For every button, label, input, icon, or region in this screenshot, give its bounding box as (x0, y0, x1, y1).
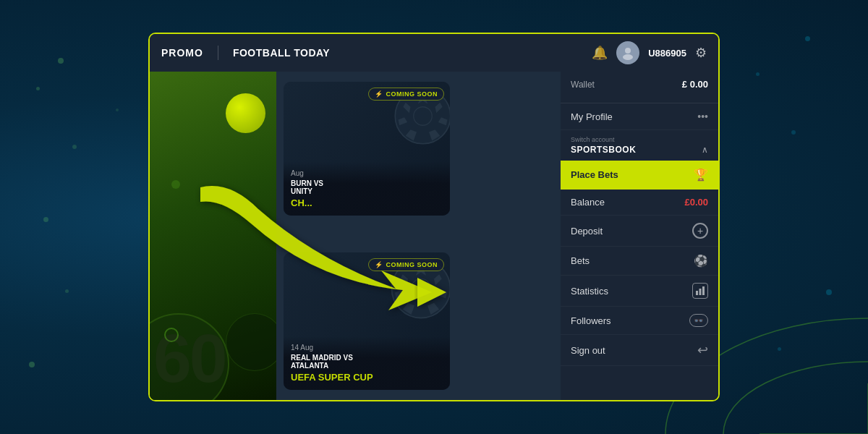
avatar (616, 41, 639, 64)
place-bets-label: Place Bets (571, 169, 618, 180)
coming-soon-badge-bottom: ⚡ COMING SOON (368, 258, 444, 271)
sidebar-dropdown: Wallet £ 0.00 My Profile ••• Switch acco… (561, 72, 718, 400)
dots-icon: ••• (697, 111, 708, 122)
svg-rect-11 (696, 291, 698, 295)
sign-out-icon: ↩ (697, 342, 708, 358)
chevron-up-icon: ∧ (702, 145, 708, 155)
left-panel: 60 (150, 72, 276, 400)
card-bottom-match: REAL MADRID VSATALANTA (291, 354, 443, 370)
statistics-label: Statistics (571, 286, 608, 297)
card-bottom-content: 14 Aug REAL MADRID VSATALANTA UEFA SUPER… (284, 336, 450, 390)
balance-amount: £0.00 (684, 197, 708, 208)
svg-rect-13 (702, 286, 705, 295)
coming-soon-text-bottom: COMING SOON (386, 261, 438, 268)
balance-item[interactable]: Balance £0.00 (561, 190, 718, 216)
body-area: 60 (150, 72, 718, 400)
card-bottom: ⚡ COMING SOON 14 Aug REAL MADRID VSATALA… (284, 252, 450, 390)
nav-title: FOOTBALL TODAY (233, 47, 577, 59)
wallet-section: Wallet £ 0.00 (561, 72, 718, 103)
wallet-label: Wallet (571, 80, 595, 90)
switch-account-label: Switch account (571, 136, 708, 143)
svg-point-0 (723, 362, 868, 434)
svg-point-5 (623, 54, 633, 60)
switch-account-name: SPORTSBOOK (571, 145, 636, 155)
main-container: PROMO FOOTBALL TODAY 🔔 U886905 ⚙ 60 (148, 33, 720, 401)
wallet-row: Wallet £ 0.00 (571, 79, 708, 90)
deposit-item[interactable]: Deposit + (561, 216, 718, 247)
card-top-date: Aug (291, 169, 443, 177)
followers-label: Followers (571, 315, 611, 326)
gear-icon[interactable]: ⚙ (695, 45, 707, 61)
plus-circle-icon: + (692, 223, 708, 239)
navbar: PROMO FOOTBALL TODAY 🔔 U886905 ⚙ (150, 34, 718, 72)
statistics-icon (692, 283, 708, 299)
sign-out-item[interactable]: Sign out ↩ (561, 335, 718, 366)
lightning-icon: ⚡ (375, 90, 383, 98)
place-bets-item[interactable]: Place Bets 🏆 (561, 161, 718, 190)
card-top-event: CH... (291, 197, 443, 208)
followers-item[interactable]: Followers 👓 (561, 307, 718, 335)
my-profile-label: My Profile (571, 111, 613, 122)
football-icon: ⚽ (694, 254, 708, 268)
wallet-amount: £ 0.00 (682, 79, 708, 90)
switch-account-row[interactable]: SPORTSBOOK ∧ (571, 145, 708, 155)
card-top-content: Aug BURN VSUNITY CH... (284, 162, 450, 216)
card-bottom-event: UEFA SUPER CUP (291, 372, 443, 383)
nav-separator (218, 46, 218, 60)
trophy-icon: 🏆 (694, 168, 708, 182)
svg-point-4 (625, 48, 631, 54)
nav-logo: PROMO (161, 47, 203, 59)
nav-username: U886905 (648, 48, 686, 59)
coming-soon-badge-top: ⚡ COMING SOON (368, 88, 444, 101)
switch-account-section: Switch account SPORTSBOOK ∧ (561, 130, 718, 158)
card-top-match: BURN VSUNITY (291, 179, 443, 195)
bets-label: Bets (571, 255, 590, 266)
followers-icon: 👓 (689, 314, 708, 327)
my-profile-item[interactable]: My Profile ••• (561, 103, 718, 130)
bell-icon[interactable]: 🔔 (592, 45, 608, 61)
lightning-icon-2: ⚡ (375, 261, 383, 268)
statistics-item[interactable]: Statistics (561, 276, 718, 307)
deposit-label: Deposit (571, 226, 603, 237)
card-bottom-date: 14 Aug (291, 344, 443, 352)
sign-out-label: Sign out (571, 345, 605, 356)
bets-item[interactable]: Bets ⚽ (561, 247, 718, 276)
nav-right: 🔔 U886905 ⚙ (592, 41, 707, 64)
svg-rect-12 (699, 289, 702, 295)
coming-soon-text-top: COMING SOON (386, 90, 438, 98)
card-top: ⚡ COMING SOON Aug BURN VSUNITY CH... (284, 82, 450, 216)
balance-label: Balance (571, 197, 605, 208)
content-area: 60 (150, 72, 561, 400)
